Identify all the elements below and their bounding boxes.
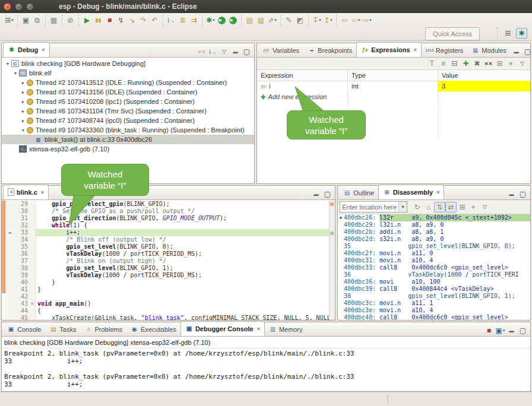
pin-view-icon[interactable]: ⌖ — [468, 202, 479, 212]
tab-expressions[interactable]: Expressions× — [356, 42, 422, 57]
debug-tree-row[interactable]: ▸Thread #2 1073413512 (IDLE : Running) (… — [2, 78, 254, 87]
window-close-button[interactable]: × — [4, 3, 11, 11]
maximize-icon[interactable]: ▢ — [241, 46, 252, 57]
tab-debugger-console[interactable]: Debugger Console× — [180, 321, 265, 336]
use-step-filters-icon[interactable]: ⇉ — [188, 15, 200, 26]
annotation-ruler[interactable] — [5, 307, 14, 315]
new-view-icon[interactable]: ⊞ — [494, 58, 505, 69]
minimize-icon[interactable]: ▬ — [311, 189, 322, 199]
disassembly-body[interactable]: ◆400dbc26:l32r a9, 0x400d045c <_stext+10… — [338, 214, 530, 320]
run-launch-icon[interactable]: ▶ — [218, 17, 226, 24]
annotation-ruler[interactable] — [5, 279, 14, 286]
annotation-ruler[interactable] — [5, 286, 14, 293]
disassembly-line[interactable]: 400dbc29:l32i.n a8, a9, 0 — [338, 221, 530, 229]
forward-icon[interactable]: ⇨ — [362, 15, 373, 26]
disassembly-line[interactable]: 400dbc39:call8 0x400844c4 <vTaskDelay> — [338, 286, 530, 293]
add-expression-row[interactable]: ✚ Add new expression — [257, 91, 530, 102]
code-line-36[interactable]: 36 vTaskDelay(1000 / portTICK_PERIOD_MS)… — [2, 250, 335, 258]
home-icon[interactable]: ⌂ — [423, 202, 434, 212]
instruction-stepping-icon[interactable]: i→ — [166, 15, 177, 26]
view-menu-icon[interactable]: ▽ — [218, 46, 230, 57]
code-line-37[interactable]: 37 /* Blink on (output high) */ — [2, 258, 335, 265]
column-header-expression[interactable]: Expression — [257, 70, 348, 81]
remove-all-terminated-icon[interactable]: ✖✖ — [196, 46, 207, 57]
open-resource-icon[interactable]: ▤ — [255, 15, 267, 26]
annotation-ruler[interactable] — [5, 201, 14, 208]
window-minimize-button[interactable]: – — [15, 3, 23, 11]
open-perspective-icon[interactable]: ⊞ — [502, 28, 514, 39]
view-menu-icon[interactable]: ▽ — [479, 202, 490, 212]
debug-tree-row[interactable]: ▸Thread #5 1073410208 (ipc1) (Suspended … — [2, 97, 254, 106]
annotation-ruler[interactable] — [5, 222, 14, 229]
palette-icon[interactable]: ◩ — [294, 15, 306, 26]
tab-modules[interactable]: Modules — [467, 43, 511, 57]
add-expression-icon[interactable]: ✚ — [460, 58, 471, 69]
annotation-ruler[interactable] — [5, 315, 14, 320]
annotation-ruler[interactable]: → — [5, 229, 14, 236]
disconnect-icon[interactable]: ↯ — [115, 15, 126, 26]
tab-debug[interactable]: Debug× — [3, 42, 50, 57]
minimize-icon[interactable]: ▬ — [506, 325, 517, 336]
expand-icon[interactable]: ▸ — [20, 90, 27, 95]
tab-close-icon[interactable]: × — [41, 189, 44, 195]
terminate-icon[interactable]: ■ — [104, 15, 115, 26]
format-brush-icon[interactable]: ✎ — [283, 15, 294, 26]
code-line-29[interactable]: 29 gpio_pad_select_gpio(BLINK_GPIO); — [2, 201, 335, 208]
location-combo[interactable]: Enter location here ▼ — [340, 201, 407, 212]
debug-tree-row[interactable]: ▸Thread #6 1073431104 (Tmr Svc) (Suspend… — [2, 106, 254, 116]
code-line-31[interactable]: 31 gpio_set_direction(BLINK_GPIO, GPIO_M… — [2, 215, 335, 222]
step-over-icon[interactable]: ↷ — [138, 15, 149, 26]
code-line-42[interactable]: 42 — [2, 293, 335, 300]
sync-selection-icon[interactable]: ⇄ — [445, 202, 457, 212]
code-line-38[interactable]: 38 gpio_set_level(BLINK_GPIO, 1); — [2, 265, 335, 272]
quick-access-button[interactable]: Quick Access — [425, 27, 480, 40]
statusbar-splitter-handle[interactable] — [387, 395, 388, 403]
annotation-ruler[interactable] — [5, 293, 14, 300]
expression-row[interactable]: (x)=iint3 — [257, 81, 530, 91]
last-edit-location-icon[interactable]: ⇦ — [339, 15, 350, 26]
editor-body[interactable]: 29 gpio_pad_select_gpio(BLINK_GPIO);30 /… — [2, 201, 335, 320]
view-menu-icon[interactable]: ▽ — [517, 58, 528, 69]
tab-tasks[interactable]: Tasks — [45, 322, 80, 336]
new-view-icon[interactable]: ⊞ — [457, 202, 468, 212]
new-wizard-icon[interactable]: ⊞ — [4, 15, 15, 26]
tab-problems[interactable]: Problems — [80, 322, 126, 336]
annotation-ruler[interactable] — [5, 300, 14, 307]
annotation-ruler[interactable] — [5, 236, 14, 243]
debug-launch-icon[interactable]: ✱ — [205, 15, 216, 26]
build-icon[interactable]: ▦ — [48, 15, 59, 26]
display-selected-console-icon[interactable]: ▣ — [495, 325, 506, 336]
code-line-44[interactable]: 44{ — [2, 307, 335, 315]
disassembly-line[interactable]: 400dbc36:movi a10, 100 — [338, 278, 530, 286]
disassembly-line[interactable]: 400dbc3c:movi.n a11, 1 — [338, 300, 530, 307]
refresh-icon[interactable]: ↻ — [411, 202, 423, 212]
disassembly-line[interactable]: 38 gpio_set_level(BLINK_GPIO, 1); — [338, 293, 530, 300]
skip-all-breakpoints-icon[interactable]: ⊘ — [65, 15, 76, 26]
code-line-45[interactable]: 45 xTaskCreate(&blink_task, "blink_task"… — [2, 315, 335, 320]
maximize-icon[interactable]: ▢ — [517, 189, 528, 199]
disassembly-line[interactable]: 400dbc2d:s32i.n a8, a9, 0 — [338, 236, 530, 243]
window-maximize-button[interactable]: ▫ — [26, 3, 34, 11]
show-logical-structure-icon[interactable]: ≡ — [438, 58, 449, 69]
tab-memory[interactable]: Memory — [265, 322, 307, 336]
minimize-icon[interactable]: ▬ — [511, 46, 522, 57]
debug-tree-row[interactable]: xtensa-esp32-elf-gdb (7.10) — [2, 144, 254, 154]
tab-breakpoints[interactable]: Breakpoints — [303, 43, 356, 57]
resume-icon[interactable]: ▶ — [81, 15, 93, 26]
debug-tree-row[interactable]: ▾blink.elf — [2, 68, 254, 78]
expand-icon[interactable]: ▸ — [20, 109, 27, 114]
maximize-icon[interactable]: ▢ — [522, 46, 532, 57]
pin-down-icon[interactable]: ↧ — [311, 15, 322, 26]
debug-tree-row[interactable]: ▾Thread #9 1073433360 (blink_task : Runn… — [2, 125, 254, 135]
show-breakpoints-icon[interactable]: ≣ — [177, 15, 188, 26]
tab-close-icon[interactable]: × — [257, 326, 260, 332]
flash-rocket-icon[interactable]: ⇗ — [267, 15, 278, 26]
tab-disassembly[interactable]: Disassembly× — [378, 185, 445, 199]
pin-up-icon[interactable]: ↥ — [322, 15, 334, 26]
debug-tree-row[interactable]: ▸Thread #3 1073413156 (IDLE) (Suspended … — [2, 87, 254, 97]
tab-close-icon[interactable]: × — [42, 47, 45, 53]
minimize-icon[interactable]: ▬ — [230, 46, 241, 57]
save-icon[interactable]: ▣ — [20, 15, 31, 26]
code-line-34[interactable]: 34 /* Blink off (output low) */ — [2, 236, 335, 243]
expand-icon[interactable]: ▾ — [4, 61, 11, 66]
